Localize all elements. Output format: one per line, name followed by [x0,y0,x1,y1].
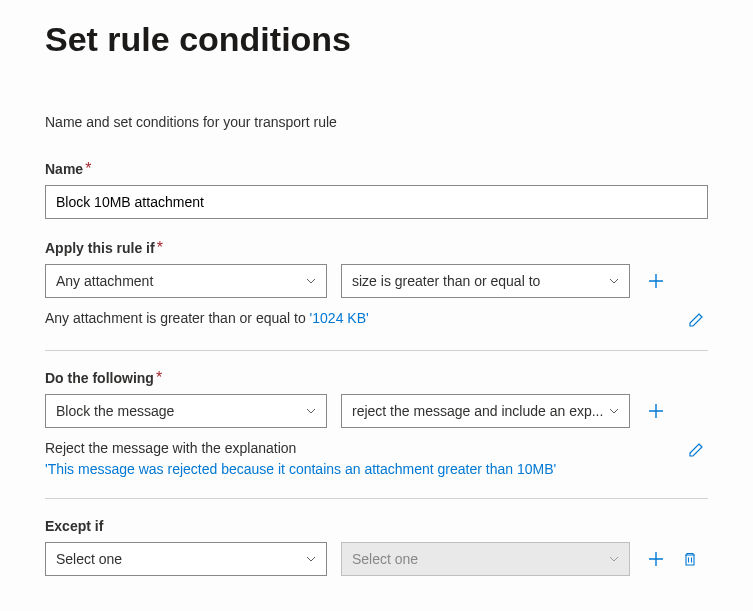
edit-apply-if-button[interactable] [684,308,708,332]
do-following-group: Do the following* Block the message reje… [45,369,708,480]
name-input[interactable] [45,185,708,219]
divider [45,498,708,499]
do-following-select-1[interactable]: Block the message [45,394,327,428]
add-exception-button[interactable] [644,547,668,571]
plus-icon [647,402,665,420]
select-value: Select one [352,551,418,567]
except-if-select-1[interactable]: Select one [45,542,327,576]
add-action-button[interactable] [644,399,668,423]
required-indicator: * [157,239,163,256]
select-value: Select one [56,551,122,567]
edit-do-following-button[interactable] [684,438,708,462]
name-field-group: Name* [45,160,708,219]
do-following-value-link[interactable]: 'This message was rejected because it co… [45,461,556,477]
trash-icon [682,551,698,567]
do-following-select-2[interactable]: reject the message and include an exp... [341,394,630,428]
pencil-icon [688,442,704,458]
select-value: reject the message and include an exp... [352,403,603,419]
except-if-select-2: Select one [341,542,630,576]
name-label: Name [45,161,83,177]
page-title: Set rule conditions [45,20,708,59]
do-following-label: Do the following [45,370,154,386]
apply-if-value-link[interactable]: '1024 KB' [310,310,369,326]
apply-if-select-2[interactable]: size is greater than or equal to [341,264,630,298]
required-indicator: * [85,160,91,177]
select-value: Any attachment [56,273,153,289]
except-if-group: Except if Select one Select one [45,517,708,576]
divider [45,350,708,351]
required-indicator: * [156,369,162,386]
apply-if-label: Apply this rule if [45,240,155,256]
page-subtitle: Name and set conditions for your transpo… [45,114,708,130]
apply-if-summary: Any attachment is greater than or equal … [45,308,684,329]
select-value: size is greater than or equal to [352,273,540,289]
add-condition-button[interactable] [644,269,668,293]
select-value: Block the message [56,403,174,419]
delete-exception-button[interactable] [678,547,702,571]
apply-if-group: Apply this rule if* Any attachment size … [45,239,708,332]
do-following-summary: Reject the message with the explanation … [45,438,684,480]
apply-if-select-1[interactable]: Any attachment [45,264,327,298]
plus-icon [647,550,665,568]
plus-icon [647,272,665,290]
pencil-icon [688,312,704,328]
except-if-label: Except if [45,518,103,534]
